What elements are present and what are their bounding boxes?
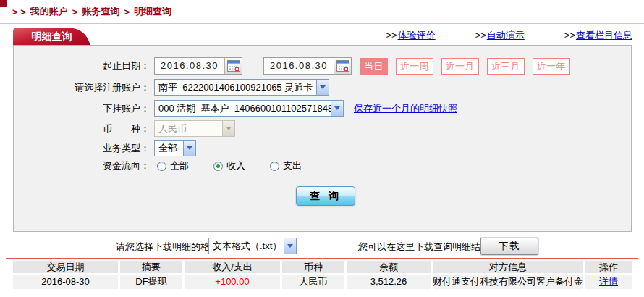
breadcrumb: > > 我的账户 > 账务查询 > 明细查询 (12, 5, 171, 18)
result-table-header: 交易日期 摘要 收入/支出 币种 余额 对方信息 操作 (13, 261, 632, 273)
link-arrows: >> (386, 30, 397, 41)
fund-flow-option-all[interactable]: 全部 (157, 159, 189, 172)
register-account-label: 请选择注册账户： (14, 81, 150, 94)
cell-amount: +100.00 (185, 275, 280, 289)
column-info-link[interactable]: >>查看栏目信息 (564, 29, 632, 42)
radio-icon[interactable] (270, 162, 279, 171)
chevron-down-icon[interactable] (316, 80, 329, 95)
download-format-value: 文本格式（.txt） (209, 238, 284, 254)
register-account-select[interactable]: 南平 6222001406100921065 灵通卡 (154, 79, 329, 96)
end-date-value[interactable]: 2016.08.30 (264, 58, 334, 74)
radio-icon[interactable] (213, 162, 223, 171)
save-snapshot-link[interactable]: 保存近一个月的明细快照 (354, 102, 457, 115)
date-range-row: 起止日期： 2016.08.30 — 2016.08.30 (14, 57, 631, 75)
experience-review-link[interactable]: >>体验评价 (386, 29, 435, 42)
column-header-balance: 余额 (347, 261, 431, 273)
corner-decoration (0, 0, 7, 7)
download-row: 请您选择下载明细的格式 文本格式（.txt） 您可以在这里下载查询明细结果 下载 (0, 238, 644, 255)
start-date-value[interactable]: 2016.08.30 (155, 58, 224, 74)
link-arrows: >> (475, 30, 486, 41)
currency-select: 人民币 (154, 120, 235, 137)
cell-currency: 人民币 (282, 275, 344, 289)
currency-label: 币 种： (14, 122, 150, 135)
breadcrumb-separator: > (72, 7, 78, 17)
detail-link[interactable]: 详情 (599, 276, 618, 287)
quick-range-today-button[interactable]: 当日 (360, 58, 388, 75)
chevron-down-icon[interactable] (183, 141, 195, 156)
business-type-select[interactable]: 全部 (154, 140, 196, 156)
tab-detail-query[interactable]: 明细查询 (13, 28, 90, 45)
business-type-value: 全部 (155, 141, 183, 156)
query-form-panel: 起止日期： 2016.08.30 — 2016.08.30 (13, 45, 632, 232)
cell-transaction-date: 2016-08-30 (13, 275, 118, 289)
cell-balance: 3,512.26 (347, 275, 431, 289)
download-format-select[interactable]: 文本格式（.txt） (208, 238, 297, 254)
download-button[interactable]: 下载 (480, 238, 538, 255)
fund-flow-option-income[interactable]: 收入 (213, 159, 245, 172)
column-header-date: 交易日期 (13, 261, 118, 273)
sub-account-row: 下挂账户： 000 活期 基本户 1406600101102571848 保存近… (14, 100, 631, 117)
download-format-label: 请您选择下载明细的格式 (116, 240, 219, 254)
sub-account-label: 下挂账户： (14, 102, 150, 115)
business-type-label: 业务类型： (14, 142, 150, 155)
cell-summary: DF提现 (120, 275, 182, 289)
sub-account-select[interactable]: 000 活期 基本户 1406600101102571848 (154, 100, 344, 117)
link-arrows: >> (564, 30, 575, 41)
calendar-icon (336, 60, 349, 72)
experience-review-label[interactable]: 体验评价 (398, 30, 436, 41)
auto-demo-label[interactable]: 自动演示 (487, 30, 525, 41)
quick-range-month-button[interactable]: 近一月 (441, 58, 479, 75)
table-top-divider (6, 258, 638, 259)
sub-account-value: 000 活期 基本户 1406600101102571848 (155, 101, 331, 116)
register-account-row: 请选择注册账户： 南平 6222001406100921065 灵通卡 (14, 79, 631, 96)
start-date-calendar-button[interactable] (224, 58, 242, 74)
quick-range-quarter-button[interactable]: 近三月 (487, 58, 525, 75)
fund-flow-option-expense[interactable]: 支出 (270, 159, 302, 172)
currency-row: 币 种： 人民币 (14, 120, 631, 137)
download-hint: 您可以在这里下载查询明细结果 (358, 240, 490, 254)
end-date-input[interactable]: 2016.08.30 (263, 57, 352, 75)
breadcrumb-item-detail-query: 明细查询 (134, 5, 171, 18)
breadcrumb-separator: > (124, 7, 130, 17)
column-header-currency: 币种 (282, 261, 344, 273)
date-range-label: 起止日期： (14, 59, 150, 72)
currency-value: 人民币 (155, 121, 222, 136)
breadcrumb-item-my-account[interactable]: 我的账户 (30, 5, 68, 18)
radio-icon[interactable] (157, 162, 166, 171)
cell-counterparty: 财付通支付科技有限公司客户备付金 (433, 275, 583, 289)
calendar-icon (227, 60, 240, 72)
fund-flow-option-expense-label: 支出 (283, 159, 302, 172)
breadcrumb-prefix: > > (12, 7, 26, 17)
quick-range-week-button[interactable]: 近一周 (396, 58, 433, 75)
column-info-label[interactable]: 查看栏目信息 (576, 30, 632, 41)
column-header-action: 操作 (585, 261, 632, 273)
chevron-down-icon[interactable] (331, 101, 343, 116)
cell-action: 详情 (585, 275, 632, 289)
chevron-down-icon (222, 121, 234, 136)
auto-demo-link[interactable]: >>自动演示 (475, 29, 525, 42)
header-links: >>体验评价 >>自动演示 >>查看栏目信息 (386, 29, 632, 42)
start-date-input[interactable]: 2016.08.30 (154, 57, 242, 75)
column-header-summary: 摘要 (120, 261, 182, 273)
breadcrumb-item-account-query[interactable]: 账务查询 (82, 5, 119, 18)
fund-flow-label: 资金流向： (14, 159, 150, 172)
column-header-amount: 收入/支出 (185, 261, 280, 273)
fund-flow-option-income-label: 收入 (226, 159, 245, 172)
fund-flow-row: 资金流向： 全部 收入 支出 (14, 159, 631, 172)
column-header-counterparty: 对方信息 (433, 261, 583, 273)
header-divider (0, 23, 644, 24)
query-button[interactable]: 查 询 (296, 186, 355, 206)
end-date-calendar-button[interactable] (334, 58, 351, 74)
date-range-separator: — (248, 61, 258, 72)
business-type-row: 业务类型： 全部 (14, 140, 631, 156)
fund-flow-option-all-label: 全部 (170, 159, 189, 172)
quick-range-year-button[interactable]: 近一年 (533, 58, 570, 75)
table-row: 2016-08-30 DF提现 +100.00 人民币 3,512.26 财付通… (13, 275, 632, 289)
register-account-value: 南平 6222001406100921065 灵通卡 (155, 80, 316, 95)
fund-flow-options: 全部 收入 支出 (157, 159, 326, 172)
chevron-down-icon[interactable] (284, 238, 296, 254)
